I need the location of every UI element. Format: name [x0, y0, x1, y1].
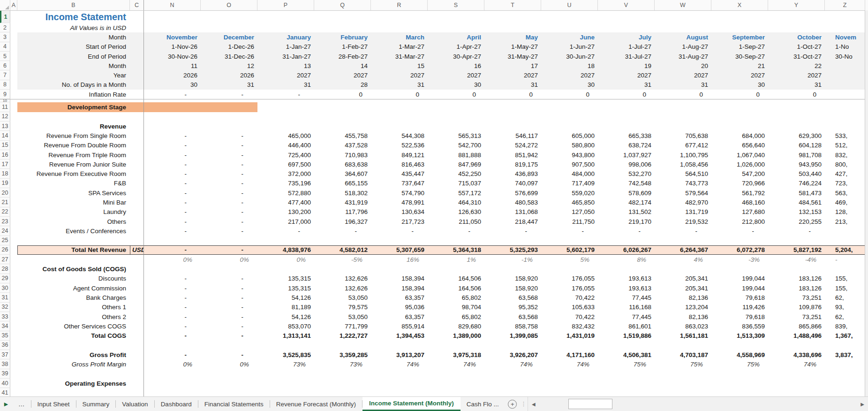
cell-X7[interactable]: 2027 [711, 70, 768, 80]
cell-B23[interactable]: Others [17, 217, 130, 226]
cell-C14[interactable] [130, 131, 144, 140]
cell-S12[interactable] [428, 112, 484, 122]
cell-P23[interactable]: 217,000 [257, 217, 314, 226]
cell-Z36[interactable] [825, 341, 865, 350]
cell-Q15[interactable]: 437,528 [314, 141, 371, 150]
cell-Q35[interactable]: 1,222,727 [314, 331, 371, 341]
cell-N11[interactable] [144, 102, 201, 112]
cell-S6[interactable]: 16 [428, 61, 484, 70]
cell-V19[interactable]: 742,548 [598, 179, 655, 188]
cell-T3[interactable]: May [484, 32, 541, 42]
cell-V35[interactable]: 1,519,886 [598, 331, 655, 341]
row-header-36[interactable]: 36 [0, 341, 10, 350]
cell-W31[interactable]: 82,136 [655, 293, 711, 302]
cell-Z3[interactable]: Novem [825, 32, 865, 42]
cell-T32[interactable]: 95,352 [484, 303, 541, 312]
cell-B29[interactable]: Discounts [17, 274, 130, 283]
cell-C24[interactable] [130, 226, 144, 236]
cell-N40[interactable] [144, 379, 201, 388]
cell-N3[interactable]: November [144, 32, 201, 42]
cell-A2[interactable] [10, 23, 17, 32]
row-header-13[interactable]: 13 [0, 122, 10, 131]
cell-U4[interactable]: 1-Jun-27 [541, 42, 598, 52]
cell-Y35[interactable]: 1,488,496 [768, 331, 825, 341]
column-header-C[interactable]: C [130, 0, 144, 10]
cell-V26[interactable]: 6,026,267 [598, 245, 655, 255]
cell-B13[interactable]: Revenue [17, 122, 130, 131]
cell-C3[interactable] [130, 32, 144, 42]
cell-U19[interactable]: 717,409 [541, 179, 598, 188]
cell-Q3[interactable]: February [314, 32, 371, 42]
cell-N6[interactable]: 11 [144, 61, 201, 70]
cell-Z29[interactable]: 155, [825, 274, 865, 283]
cell-N31[interactable]: - [144, 293, 201, 302]
cell-O40[interactable] [201, 379, 257, 388]
sheet-tab-overflow[interactable]: … [12, 397, 31, 411]
row-header-21[interactable]: 21 [0, 198, 10, 207]
cell-B9[interactable]: Inflation Rate [17, 90, 130, 99]
row-header-26[interactable]: 26 [0, 245, 10, 255]
cell-S33[interactable]: 65,802 [428, 312, 484, 321]
row-header-34[interactable]: 34 [0, 321, 10, 331]
cell-P13[interactable] [257, 122, 314, 131]
cell-Q33[interactable]: 53,050 [314, 312, 371, 321]
cell-W28[interactable] [655, 264, 711, 274]
cell-N30[interactable]: - [144, 283, 201, 293]
cell-P30[interactable]: 135,315 [257, 283, 314, 293]
cell-O34[interactable]: - [201, 321, 257, 331]
cell-O1[interactable] [201, 11, 257, 23]
cell-S39[interactable] [428, 369, 484, 379]
cell-S4[interactable]: 1-Apr-27 [428, 42, 484, 52]
cell-R1[interactable] [371, 11, 428, 23]
cell-W9[interactable]: 0 [655, 90, 711, 99]
cell-Q7[interactable]: 2027 [314, 70, 371, 80]
cell-S28[interactable] [428, 264, 484, 274]
cell-W24[interactable]: - [655, 226, 711, 236]
cell-W27[interactable]: 4% [655, 255, 711, 264]
cell-V28[interactable] [598, 264, 655, 274]
sheet-tab-dashboard[interactable]: Dashboard [155, 397, 198, 411]
cell-U11[interactable] [541, 102, 598, 112]
cell-Y26[interactable]: 5,827,192 [768, 245, 825, 255]
cell-A13[interactable] [10, 122, 17, 131]
cell-Y31[interactable]: 73,251 [768, 293, 825, 302]
cell-R13[interactable] [371, 122, 428, 131]
cell-A1[interactable] [10, 11, 17, 23]
cell-Z16[interactable]: 832, [825, 150, 865, 160]
cell-P31[interactable]: 54,126 [257, 293, 314, 302]
cell-U18[interactable]: 484,000 [541, 169, 598, 178]
cell-R37[interactable]: 3,913,207 [371, 350, 428, 359]
cell-P29[interactable]: 135,315 [257, 274, 314, 283]
cell-S29[interactable]: 164,506 [428, 274, 484, 283]
cell-B1[interactable]: Income Statement [17, 11, 130, 23]
cell-P11[interactable] [257, 102, 314, 112]
cell-C39[interactable] [130, 369, 144, 379]
cell-V17[interactable]: 998,006 [598, 160, 655, 169]
cell-Q29[interactable]: 132,626 [314, 274, 371, 283]
cell-Y21[interactable]: 484,561 [768, 198, 825, 207]
cell-Z12[interactable] [825, 112, 865, 122]
cell-Z37[interactable]: 3,837, [825, 350, 865, 359]
cell-C30[interactable] [130, 283, 144, 293]
cell-Z14[interactable]: 533, [825, 131, 865, 140]
cell-T20[interactable]: 576,699 [484, 188, 541, 198]
cell-N28[interactable] [144, 264, 201, 274]
cell-N26[interactable]: - [144, 245, 201, 255]
cell-T36[interactable] [484, 341, 541, 350]
cell-U5[interactable]: 30-Jun-27 [541, 52, 598, 61]
cell-Q39[interactable] [314, 369, 371, 379]
cell-A12[interactable] [10, 112, 17, 122]
cell-Y15[interactable]: 604,128 [768, 141, 825, 150]
select-all-corner[interactable] [0, 0, 10, 10]
cell-X11[interactable] [711, 102, 768, 112]
cell-C38[interactable] [130, 359, 144, 369]
row-header-9[interactable]: 9 [0, 90, 10, 99]
cell-A5[interactable] [10, 52, 17, 61]
cell-P24[interactable]: - [257, 226, 314, 236]
cell-S15[interactable]: 542,700 [428, 141, 484, 150]
cell-C20[interactable] [130, 188, 144, 198]
cell-O25[interactable] [201, 236, 257, 245]
sheet-tab-cash-flow[interactable]: Cash Flo ... [460, 397, 505, 411]
cell-T33[interactable]: 63,568 [484, 312, 541, 321]
cell-A16[interactable] [10, 150, 17, 160]
